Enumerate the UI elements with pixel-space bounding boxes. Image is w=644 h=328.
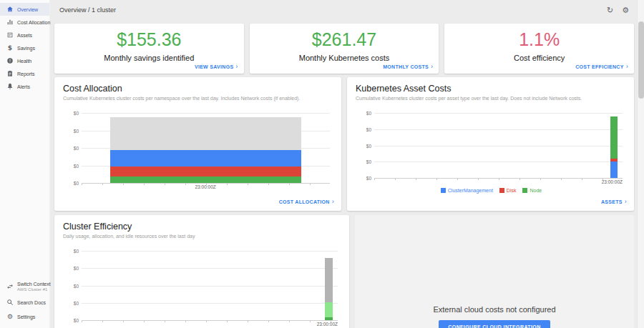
sidebar-item-assets[interactable]: Assets <box>0 29 49 41</box>
switch-context-label: Switch Context <box>17 282 51 287</box>
sidebar-item-reports[interactable]: Reports <box>0 67 49 80</box>
x-axis-label: 23:00:00Z <box>195 184 216 189</box>
y-axis-tick-label: $0 <box>356 111 371 116</box>
stat-label: Monthly savings identified <box>104 54 194 62</box>
bar-segment-Usage[interactable] <box>325 317 333 320</box>
external-cloud-costs-card: External cloud costs not configured CONF… <box>355 215 634 328</box>
plot-inner <box>374 113 623 178</box>
bar-segment-Allocated[interactable] <box>325 302 333 317</box>
bottom-row: Cluster EfficiencyDaily usage, allocatio… <box>54 215 634 328</box>
app-root: OverviewCost AllocationAssets$SavingsHea… <box>0 0 644 328</box>
legend-item-Disk: Disk <box>499 188 517 193</box>
stat-value: 1.1% <box>519 29 560 50</box>
savings-link[interactable]: VIEW SAVINGS› <box>195 63 238 70</box>
plot-area: $0$0$0$0$0 <box>356 113 627 178</box>
stat-card-row: $155.36Monthly savings identifiedVIEW SA… <box>54 24 634 74</box>
home-icon <box>6 6 14 13</box>
plot-area: $0$0$0$0$0 <box>63 251 342 320</box>
vertical-scrollbar[interactable] <box>637 0 644 328</box>
monthly-costs-link[interactable]: MONTHLY COSTS› <box>383 63 433 70</box>
plot-area: $0$0$0$0$0 <box>63 113 334 183</box>
sidebar-switch-context[interactable]: Switch Context AWS Cluster #1 <box>0 278 49 295</box>
topbar: Overview / 1 cluster ↻ ⚙ <box>54 0 634 20</box>
stat-card-savings: $155.36Monthly savings identifiedVIEW SA… <box>54 24 244 74</box>
sidebar-item-label: Health <box>17 59 31 64</box>
sidebar: OverviewCost AllocationAssets$SavingsHea… <box>0 0 50 328</box>
chevron-right-icon: › <box>625 198 627 205</box>
sidebar-settings[interactable]: ⚙ Settings <box>0 309 49 324</box>
gear-icon: ⚙ <box>6 313 14 320</box>
sidebar-item-overview[interactable]: Overview <box>0 3 49 16</box>
kubernetes-asset-costs-card: Kubernetes Asset CostsCumulative Kuberne… <box>347 77 634 211</box>
external-costs-message: External cloud costs not configured <box>433 305 555 314</box>
y-axis-tick-label: $0 <box>63 181 79 186</box>
legend-swatch <box>522 188 527 193</box>
refresh-icon[interactable]: ↻ <box>607 6 613 14</box>
sidebar-item-label: Assets <box>17 33 32 38</box>
cost-allocation-link[interactable]: COST ALLOCATION› <box>279 198 334 205</box>
y-axis-tick-label: $0 <box>63 111 79 116</box>
y-axis-tick-label: $0 <box>63 146 79 151</box>
card-footer: COST EFFICIENCY› <box>575 63 628 70</box>
plot-inner <box>82 251 338 320</box>
sidebar-item-label: Savings <box>17 46 35 51</box>
y-axis-tick-label: $0 <box>63 249 79 254</box>
legend-item-ClusterManagement: ClusterManagement <box>441 188 493 193</box>
plot-inner <box>82 113 330 183</box>
legend-item-Node: Node <box>522 188 542 193</box>
bar-segment-Idle[interactable] <box>325 258 333 302</box>
bar-segment-Node[interactable] <box>610 116 618 158</box>
reports-icon <box>6 70 14 77</box>
y-axis-tick-label: $0 <box>63 318 79 323</box>
chart-title: Cluster Efficiency <box>63 222 342 232</box>
charts-row: Cost AllocationCumulative Kubernetes clu… <box>54 77 634 211</box>
stat-label: Cost efficiency <box>514 54 565 62</box>
legend-swatch <box>441 188 446 193</box>
cost-allocation-card: Cost AllocationCumulative Kubernetes clu… <box>54 77 341 211</box>
x-axis-label: 23:00:00Z <box>602 179 623 184</box>
chart-title: Kubernetes Asset Costs <box>356 84 627 94</box>
scrollbar-thumb[interactable] <box>638 21 644 99</box>
chevron-right-icon: › <box>431 63 433 70</box>
configure-cloud-integration-button[interactable]: CONFIGURE CLOUD INTEGRATION <box>439 320 550 328</box>
search-docs-label: Search Docs <box>17 300 46 305</box>
bar-segment-red-segment[interactable] <box>110 167 301 177</box>
sidebar-item-health[interactable]: Health <box>0 54 49 67</box>
x-axis: 23:00:00Z <box>82 322 338 328</box>
sidebar-search-docs[interactable]: Search Docs <box>0 295 49 309</box>
sidebar-item-alerts[interactable]: Alerts <box>0 80 49 93</box>
stat-value: $261.47 <box>312 29 376 50</box>
bar-segment-green-segment[interactable] <box>110 177 301 183</box>
swap-icon <box>6 283 14 290</box>
dollar-icon: $ <box>6 44 14 51</box>
bar-segment-Disk[interactable] <box>610 159 618 162</box>
bar-segment-gray-segment[interactable] <box>110 117 301 150</box>
chart-subtitle: Cumulative Kubernetes cluster costs per … <box>63 96 334 101</box>
cost-efficiency-link[interactable]: COST EFFICIENCY› <box>575 63 628 70</box>
chevron-right-icon: › <box>626 63 628 70</box>
bar-segment-ClusterManagement[interactable] <box>610 161 618 178</box>
sidebar-footer: Switch Context AWS Cluster #1 Search Doc… <box>0 278 49 328</box>
y-axis-tick-label: $0 <box>356 159 371 164</box>
sidebar-item-label: Cost Allocation <box>17 20 50 25</box>
sidebar-item-savings[interactable]: $Savings <box>0 41 49 54</box>
y-axis-tick-label: $0 <box>356 126 371 131</box>
kubernetes-asset-costs-link[interactable]: ASSETS› <box>601 198 627 205</box>
sidebar-nav: OverviewCost AllocationAssets$SavingsHea… <box>0 3 49 93</box>
search-icon <box>6 299 14 306</box>
y-axis-tick-label: $0 <box>63 163 79 168</box>
chart-legend: ClusterManagementDiskNode <box>356 188 627 193</box>
current-cluster-label: AWS Cluster #1 <box>17 287 51 292</box>
chart-title: Cost Allocation <box>63 84 334 94</box>
gear-icon[interactable]: ⚙ <box>622 6 629 14</box>
legend-label: ClusterManagement <box>448 188 493 193</box>
stat-value: $155.36 <box>117 29 181 50</box>
stat-card-cost-efficiency: 1.1%Cost efficiencyCOST EFFICIENCY› <box>444 24 634 74</box>
settings-label: Settings <box>17 314 35 319</box>
chevron-right-icon: › <box>332 198 334 205</box>
sidebar-item-cost-allocation[interactable]: Cost Allocation <box>0 16 49 29</box>
y-axis-tick-label: $0 <box>63 283 79 288</box>
chart-subtitle: Daily usage, allocation, and idle resour… <box>63 234 342 239</box>
kubernetes-asset-costs-chart: $0$0$0$0$023:00:00ZClusterManagementDisk… <box>356 113 627 193</box>
bar-segment-blue-segment[interactable] <box>110 150 301 167</box>
